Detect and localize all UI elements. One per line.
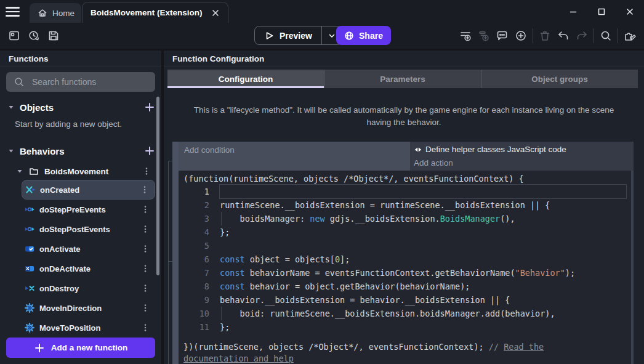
sidebar-scrollbar[interactable] [156, 97, 159, 275]
function-item-onDeActivate[interactable]: onDeActivate [22, 259, 155, 278]
add-event-button[interactable] [456, 27, 475, 44]
code-line-content: runtimeScene.__boidsExtension = runtimeS… [220, 198, 626, 212]
item-menu-icon[interactable] [140, 264, 150, 273]
function-item-onCreated[interactable]: onCreated [22, 180, 155, 200]
behaviors-section-label: Behaviors [20, 146, 65, 156]
menu-icon[interactable] [6, 7, 20, 17]
tab-home-label: Home [52, 9, 74, 18]
close-tab-icon[interactable] [211, 9, 220, 17]
tab-boidsmovement-extension[interactable]: BoidsMovement (Extension) [82, 2, 228, 23]
code-line-4[interactable]: 4}; [179, 225, 634, 239]
titlebar: Home BoidsMovement (Extension) [0, 0, 644, 23]
code-line-1[interactable]: 1 [179, 185, 634, 198]
search-button[interactable] [597, 27, 615, 44]
history-button[interactable] [27, 29, 41, 42]
code-line-content: const object = objects[0]; [220, 253, 626, 266]
item-menu-icon[interactable] [140, 303, 150, 313]
toolbar-right-icons [456, 27, 639, 44]
undo-button[interactable] [554, 27, 573, 44]
behaviors-section-header[interactable]: Behaviors [0, 143, 161, 159]
trash-button[interactable] [536, 27, 554, 44]
documentation-link[interactable]: documentation and help [183, 354, 294, 363]
minimize-button[interactable] [559, 0, 587, 23]
code-line-content: const behaviorName = eventsFunctionConte… [220, 266, 626, 280]
extension-edit-icon [623, 29, 637, 42]
js-code-event-header[interactable]: Define helper classes JavaScript code [410, 142, 634, 154]
item-menu-icon[interactable] [140, 185, 150, 195]
function-item-label: doStepPostEvents [39, 225, 110, 234]
close-button[interactable] [616, 0, 644, 23]
code-line-10[interactable]: 10 boid: runtimeScene.__boidsExtension.b… [179, 307, 634, 320]
configuration-tabs: ConfigurationParametersObject groups [167, 70, 638, 88]
search-functions-input[interactable] [6, 72, 155, 92]
add-new-function-button[interactable]: Add a new function [6, 338, 155, 358]
save-button[interactable] [47, 29, 60, 42]
lifecycle-description: This is a "lifecycle method". It will be… [164, 104, 644, 129]
tab-configuration[interactable]: Configuration [167, 70, 324, 88]
tab-parameters[interactable]: Parameters [324, 70, 481, 88]
maximize-button[interactable] [587, 0, 616, 23]
tab-home[interactable]: Home [30, 3, 81, 23]
code-editor-scrollbar[interactable] [631, 171, 634, 364]
item-menu-icon[interactable] [140, 224, 150, 234]
documentation-link[interactable]: Read the [504, 342, 544, 352]
preview-button[interactable]: Preview [254, 26, 342, 45]
sidebar-title: Functions [0, 51, 161, 67]
objects-section-header[interactable]: Objects [0, 99, 161, 115]
item-menu-icon[interactable] [140, 323, 150, 333]
comment-button[interactable] [493, 27, 512, 44]
step-events-icon [25, 204, 34, 214]
code-line-6[interactable]: 6const object = objects[0]; [179, 253, 634, 266]
comment-icon [496, 29, 509, 42]
panel-button[interactable] [7, 29, 21, 42]
code-line-9[interactable]: 9behavior.__boidsExtension = behavior.__… [179, 293, 634, 307]
functions-sidebar: Functions Objects Start by adding a new … [0, 51, 161, 364]
code-line-2[interactable]: 2runtimeScene.__boidsExtension = runtime… [179, 198, 634, 212]
share-label: Share [359, 31, 383, 41]
behavior-folder-boidsmovement[interactable]: BoidsMovement [0, 163, 161, 180]
item-menu-icon[interactable] [140, 283, 150, 293]
share-button[interactable]: Share [336, 26, 391, 45]
item-menu-icon[interactable] [140, 244, 150, 254]
add-condition-button[interactable]: Add condition [179, 142, 410, 171]
function-item-MoveInDirection[interactable]: MoveInDirection [22, 298, 155, 318]
code-lines: 12runtimeScene.__boidsExtension = runtim… [179, 185, 634, 334]
step-events-icon [25, 224, 34, 234]
undo-icon [557, 29, 570, 42]
redo-button[interactable] [573, 27, 591, 44]
function-item-MoveToPosition[interactable]: MoveToPosition [22, 318, 155, 338]
tab-object-groups[interactable]: Object groups [481, 70, 638, 88]
add-behavior-button[interactable] [144, 145, 155, 156]
js-code-editor[interactable]: (function(runtimeScene, objects /*Object… [179, 171, 634, 364]
folder-menu-icon[interactable] [142, 166, 151, 176]
item-menu-icon[interactable] [140, 204, 150, 214]
function-item-onDestroy[interactable]: onDestroy [22, 278, 155, 298]
code-line-content: const behavior = object.getBehavior(beha… [220, 280, 626, 293]
code-line-5[interactable]: 5 [179, 239, 634, 253]
objects-empty-hint: Start by adding a new object. [15, 119, 161, 129]
js-code-event-title: Define helper classes JavaScript code [425, 145, 566, 154]
code-line-8[interactable]: 8const behavior = object.getBehavior(beh… [179, 280, 634, 293]
function-configuration-panel: Function Configuration ConfigurationPara… [164, 51, 644, 364]
code-line-11[interactable]: 11}; [179, 320, 634, 334]
code-line-7[interactable]: 7const behaviorName = eventsFunctionCont… [179, 266, 634, 280]
tab-active-label: BoidsMovement (Extension) [91, 8, 206, 17]
add-sub-event-button[interactable] [475, 27, 493, 44]
redo-icon [575, 29, 589, 42]
function-item-doStepPreEvents[interactable]: doStepPreEvents [22, 200, 155, 219]
code-line-content: }; [220, 320, 626, 334]
code-line-3[interactable]: 3 boidsManager: new gdjs.__boidsExtensio… [179, 212, 634, 225]
function-item-label: onActivate [39, 245, 80, 254]
panel-icon [8, 30, 20, 42]
trash-icon [538, 29, 552, 42]
add-action-button[interactable]: Add action [410, 154, 634, 168]
code-footer: })(runtimeScene, objects /*Object*/, eve… [179, 341, 634, 364]
add-object-button[interactable] [144, 102, 155, 113]
line-number: 6 [179, 253, 209, 266]
extension-edit-button[interactable] [621, 27, 639, 44]
event-drag-handle[interactable] [172, 142, 179, 364]
add-circle-button[interactable] [512, 27, 530, 44]
function-item-onActivate[interactable]: onActivate [22, 239, 155, 259]
function-item-doStepPostEvents[interactable]: doStepPostEvents [22, 219, 155, 239]
activate-icon [25, 244, 34, 254]
